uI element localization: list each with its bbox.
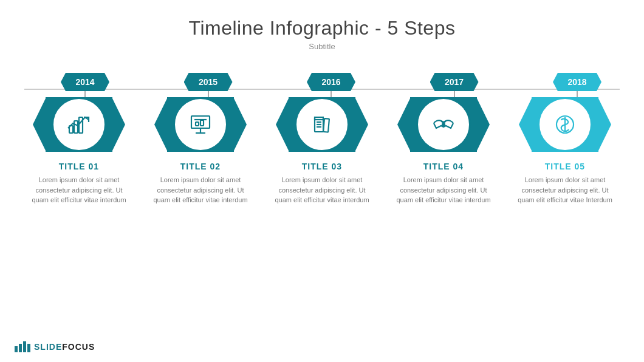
arrow-left-3 [276, 97, 289, 152]
circle-icon-3 [295, 97, 349, 152]
books-icon [309, 111, 335, 138]
arrow-left-1 [33, 97, 46, 152]
circle-arrows-4 [397, 97, 490, 152]
arrow-right-1 [112, 97, 125, 152]
svg-rect-1 [74, 121, 78, 133]
presentation-icon [187, 111, 214, 138]
header: Timeline Infographic - 5 Steps Subtitle [189, 17, 456, 51]
year-connector-2 [208, 91, 209, 97]
year-shape-4: 2017 [430, 73, 479, 91]
arrow-right-2 [233, 97, 247, 152]
step-desc-1: Lorem ipsum dolor sit amet consectetur a… [30, 175, 128, 205]
step-info-1: TITLE 01 Lorem ipsum dolor sit amet cons… [30, 162, 128, 205]
year-connector-4 [454, 91, 455, 97]
circle-arrows-1 [33, 97, 125, 152]
step-title-4: TITLE 04 [395, 162, 492, 171]
step-info-4: TITLE 04 Lorem ipsum dolor sit amet cons… [395, 162, 492, 205]
circle-icon-2 [173, 97, 228, 152]
step-bg-3 [289, 97, 355, 152]
step-bg-4 [410, 97, 477, 152]
year-tag-1: 2014 [61, 73, 109, 97]
footer: SLIDEFOCUS [15, 341, 95, 352]
svg-rect-7 [196, 122, 199, 126]
circle-arrows-3 [276, 97, 368, 152]
dollar-icon [552, 111, 578, 138]
page: Timeline Infographic - 5 Steps Subtitle … [0, 0, 644, 362]
svg-rect-8 [200, 120, 204, 126]
year-connector-5 [577, 91, 578, 97]
circle-icon-4 [416, 97, 471, 152]
year-connector-3 [331, 91, 332, 97]
footer-brand-slide: SLIDE [34, 342, 62, 352]
footer-bar-3 [23, 341, 26, 352]
step-item-2: TITLE 02 Lorem ipsum dolor sit amet cons… [146, 97, 255, 205]
year-connector-1 [84, 91, 86, 97]
circle-icon-5 [538, 97, 592, 152]
year-tag-3: 2016 [307, 73, 355, 97]
step-title-1: TITLE 01 [30, 162, 128, 171]
svg-point-15 [442, 123, 445, 126]
svg-rect-2 [79, 117, 83, 133]
step-bg-5 [532, 97, 598, 152]
step-item-5: TITLE 05 Lorem ipsum dolor sit amet cons… [510, 97, 620, 205]
step-info-3: TITLE 03 Lorem ipsum dolor sit amet cons… [273, 162, 371, 205]
circle-icon-1 [52, 97, 106, 152]
step-info-2: TITLE 02 Lorem ipsum dolor sit amet cons… [152, 162, 249, 205]
circle-arrows-5 [519, 97, 611, 152]
step-title-5: TITLE 05 [516, 162, 614, 171]
year-tag-4: 2017 [430, 73, 479, 97]
handshake-icon [430, 111, 457, 138]
bar-chart-icon [66, 111, 92, 138]
main-title: Timeline Infographic - 5 Steps [189, 17, 456, 39]
step-desc-5: Lorem ipsum dolor sit amet consectetur a… [516, 175, 614, 205]
footer-bar-2 [19, 344, 22, 352]
subtitle: Subtitle [189, 42, 456, 51]
circle-arrows-2 [154, 97, 247, 152]
step-desc-2: Lorem ipsum dolor sit amet consectetur a… [152, 175, 249, 205]
arrow-right-3 [355, 97, 368, 152]
timeline-section: 2014 2015 2016 2017 2018 [0, 73, 644, 205]
year-tag-2: 2015 [184, 73, 233, 97]
arrow-right-5 [598, 97, 611, 152]
arrow-left-2 [154, 97, 168, 152]
step-info-5: TITLE 05 Lorem ipsum dolor sit amet cons… [516, 162, 614, 205]
year-tag-5: 2018 [553, 73, 601, 97]
step-title-2: TITLE 02 [152, 162, 249, 171]
footer-brand: SLIDEFOCUS [34, 342, 95, 352]
year-shape-3: 2016 [307, 73, 355, 91]
step-item-4: TITLE 04 Lorem ipsum dolor sit amet cons… [389, 97, 498, 205]
arrow-left-5 [519, 97, 532, 152]
footer-brand-focus: FOCUS [62, 342, 95, 352]
svg-rect-14 [323, 118, 329, 132]
svg-rect-10 [315, 117, 323, 120]
year-shape-5: 2018 [553, 73, 601, 91]
footer-bar-1 [15, 346, 18, 352]
arrow-left-4 [397, 97, 411, 152]
steps-row: TITLE 01 Lorem ipsum dolor sit amet cons… [18, 97, 626, 205]
step-title-3: TITLE 03 [273, 162, 371, 171]
step-item-1: TITLE 01 Lorem ipsum dolor sit amet cons… [24, 97, 134, 205]
step-desc-3: Lorem ipsum dolor sit amet consectetur a… [273, 175, 371, 205]
step-item-3: TITLE 03 Lorem ipsum dolor sit amet cons… [267, 97, 377, 205]
year-shape-1: 2014 [61, 73, 109, 91]
year-shape-2: 2015 [184, 73, 233, 91]
step-desc-4: Lorem ipsum dolor sit amet consectetur a… [395, 175, 492, 205]
step-bg-1 [46, 97, 112, 152]
footer-bar-4 [27, 344, 30, 352]
footer-logo-bars [15, 341, 30, 352]
years-row: 2014 2015 2016 2017 2018 [30, 73, 614, 97]
step-bg-2 [167, 97, 234, 152]
arrow-right-4 [476, 97, 490, 152]
